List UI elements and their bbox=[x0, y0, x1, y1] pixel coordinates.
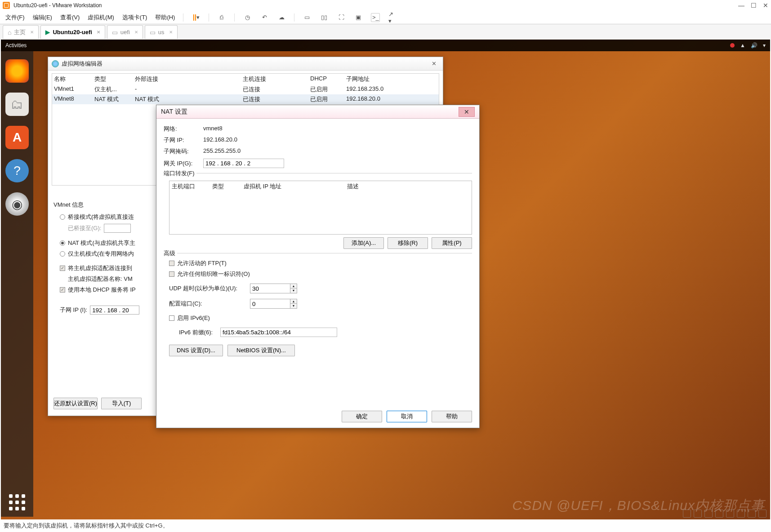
fullscreen-icon[interactable]: >_ bbox=[371, 13, 380, 22]
menu-tabs[interactable]: 选项卡(T) bbox=[122, 13, 147, 22]
monitor-icon: ▶ bbox=[45, 29, 50, 35]
checkbox-host-adapter[interactable] bbox=[60, 266, 65, 271]
close-icon[interactable]: ✕ bbox=[428, 59, 439, 68]
subnet-ip-field[interactable] bbox=[90, 306, 139, 315]
subnet-mask-value: 255.255.255.0 bbox=[203, 147, 241, 155]
snapshot-manager-icon[interactable]: ☁ bbox=[277, 13, 286, 22]
bridged-to-field bbox=[104, 224, 131, 233]
cycle-view-icon[interactable]: ↗ ▾ bbox=[388, 13, 397, 22]
help-button[interactable]: 帮助 bbox=[432, 411, 472, 422]
spin-up-icon[interactable]: ▲ bbox=[290, 299, 297, 304]
cancel-button[interactable]: 取消 bbox=[387, 411, 427, 422]
spin-down-icon[interactable]: ▼ bbox=[290, 288, 297, 293]
properties-button[interactable]: 属性(P) bbox=[432, 237, 472, 249]
dns-settings-button[interactable]: DNS 设置(D)... bbox=[169, 345, 223, 356]
close-icon[interactable]: ✕ bbox=[169, 30, 173, 35]
checkbox-dhcp[interactable] bbox=[60, 287, 65, 293]
close-icon[interactable]: ✕ bbox=[97, 30, 100, 35]
table-row[interactable]: VMnet1 仅主机... - 已连接 已启用 192.168.235.0 bbox=[52, 84, 439, 94]
config-port-label: 配置端口(C): bbox=[169, 300, 250, 308]
col-name: 名称 bbox=[54, 75, 94, 83]
dhcp-label: 使用本地 DHCP 服务将 IP bbox=[68, 286, 136, 294]
table-row[interactable]: VMnet8 NAT 模式 NAT 模式 已连接 已启用 192.168.20.… bbox=[52, 94, 439, 104]
close-icon[interactable]: ✕ bbox=[459, 107, 475, 117]
help-icon[interactable]: ? bbox=[5, 159, 29, 182]
spin-down-icon[interactable]: ▼ bbox=[290, 304, 297, 308]
cell: 仅主机... bbox=[94, 85, 135, 93]
config-port-field[interactable] bbox=[250, 299, 290, 309]
col-subnet: 子网地址 bbox=[346, 75, 437, 83]
ipv6-prefix-field[interactable] bbox=[220, 328, 337, 337]
close-icon[interactable]: ✕ bbox=[134, 30, 138, 35]
netbios-settings-button[interactable]: NetBIOS 设置(N)... bbox=[227, 345, 295, 356]
show-apps-icon[interactable] bbox=[9, 494, 25, 510]
checkbox-ipv6[interactable] bbox=[169, 315, 174, 321]
cell: 已连接 bbox=[243, 85, 310, 93]
view-tile-icon[interactable]: ▯▯ bbox=[320, 13, 329, 22]
tab-uefi[interactable]: ▭uefi✕ bbox=[107, 25, 143, 39]
spin-up-icon[interactable]: ▲ bbox=[290, 284, 297, 288]
tab-home[interactable]: ⌂主页✕ bbox=[3, 25, 39, 39]
gateway-ip-label: 网关 IP(G): bbox=[164, 160, 199, 168]
power-icon[interactable]: ▾ bbox=[763, 42, 766, 49]
close-button[interactable]: ✕ bbox=[763, 2, 768, 9]
firefox-icon[interactable] bbox=[5, 59, 29, 83]
volume-icon[interactable]: 🔊 bbox=[751, 42, 758, 49]
remove-button[interactable]: 移除(R) bbox=[388, 237, 428, 249]
snapshot-revert-icon[interactable]: ↶ bbox=[260, 13, 269, 22]
radio-bridge[interactable] bbox=[60, 214, 65, 220]
globe-icon bbox=[52, 60, 59, 67]
checkbox-ftp[interactable] bbox=[169, 261, 174, 266]
import-button[interactable]: 导入(T) bbox=[101, 398, 142, 409]
network-icon[interactable]: ▲ bbox=[740, 42, 745, 49]
files-icon[interactable]: 🗂 bbox=[5, 93, 29, 116]
udp-timeout-field[interactable] bbox=[250, 284, 290, 293]
close-icon[interactable]: ✕ bbox=[30, 30, 34, 35]
gateway-ip-field[interactable] bbox=[203, 159, 284, 168]
menu-help[interactable]: 帮助(H) bbox=[155, 13, 175, 22]
tab-label: us bbox=[158, 29, 165, 35]
radio-nat[interactable] bbox=[60, 240, 65, 246]
ok-button[interactable]: 确定 bbox=[342, 411, 382, 422]
menu-vm[interactable]: 虚拟机(M) bbox=[88, 13, 114, 22]
view-unity-icon[interactable]: ⛶ bbox=[337, 13, 346, 22]
send-ctrlaltdel-icon[interactable]: ⎙ bbox=[217, 13, 226, 22]
cell: 192.168.20.0 bbox=[346, 95, 437, 103]
col-type: 类型 bbox=[212, 182, 244, 191]
menu-file[interactable]: 文件(F) bbox=[5, 13, 25, 22]
col-desc: 描述 bbox=[347, 182, 469, 191]
snapshot-take-icon[interactable]: ◷ bbox=[243, 13, 252, 22]
view-single-icon[interactable]: ▭ bbox=[303, 13, 312, 22]
device-tray bbox=[681, 508, 768, 519]
ubuntu-top-bar: Activities ▲ 🔊 ▾ bbox=[1, 40, 770, 51]
notification-icon[interactable] bbox=[730, 43, 735, 48]
subnet-ip-label: 子网 IP: bbox=[164, 136, 199, 144]
tab-ubuntu20-uefi[interactable]: ▶Ubuntu20-uefi✕ bbox=[40, 25, 105, 39]
ubuntu-software-icon[interactable] bbox=[5, 126, 29, 149]
port-forward-group: 端口转发(F) 主机端口 类型 虚拟机 IP 地址 描述 添加(A)... 移除… bbox=[164, 173, 472, 249]
menu-view[interactable]: 查看(V) bbox=[60, 13, 80, 22]
tab-label: Ubuntu20-uefi bbox=[53, 29, 92, 35]
radio-hostonly[interactable] bbox=[60, 251, 65, 257]
port-forward-table[interactable]: 主机端口 类型 虚拟机 IP 地址 描述 bbox=[169, 181, 472, 235]
view-console-icon[interactable]: ▣ bbox=[354, 13, 363, 22]
checkbox-org[interactable] bbox=[169, 271, 174, 277]
subnet-mask-label: 子网掩码: bbox=[164, 147, 199, 155]
col-dhcp: DHCP bbox=[310, 75, 346, 83]
subnet-ip-label: 子网 IP (I): bbox=[60, 306, 87, 314]
separator bbox=[183, 13, 183, 22]
minimize-button[interactable]: — bbox=[738, 2, 744, 9]
disc-icon[interactable]: ◉ bbox=[5, 192, 29, 216]
maximize-button[interactable]: ☐ bbox=[751, 2, 757, 9]
tab-home-label: 主页 bbox=[14, 28, 26, 36]
org-label: 允许任何组织唯一标识符(O) bbox=[177, 270, 250, 278]
cell: - bbox=[135, 85, 243, 93]
pause-button[interactable]: ▾ bbox=[192, 13, 201, 22]
restore-defaults-button[interactable]: 还原默认设置(R) bbox=[53, 398, 98, 409]
menu-edit[interactable]: 编辑(E) bbox=[33, 13, 52, 22]
col-hostport: 主机端口 bbox=[172, 182, 212, 191]
activities-button[interactable]: Activities bbox=[5, 42, 27, 49]
add-button[interactable]: 添加(A)... bbox=[343, 237, 384, 249]
window-title: Ubuntu20-uefi - VMware Workstation bbox=[13, 2, 102, 9]
tab-us[interactable]: ▭us✕ bbox=[145, 25, 178, 39]
